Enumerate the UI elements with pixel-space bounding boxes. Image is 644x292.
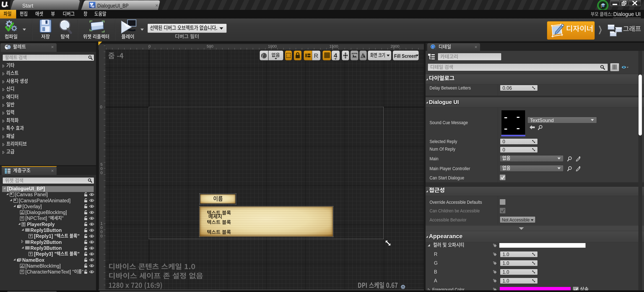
svg-text:i: i xyxy=(432,45,433,48)
